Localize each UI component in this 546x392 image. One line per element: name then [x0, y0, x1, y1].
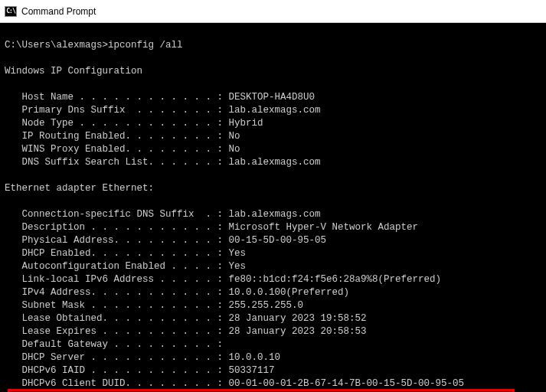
prompt-line: C:\Users\alexmags>ipconfig /all: [5, 40, 183, 51]
row-link-local-ipv6: Link-local IPv6 Address . . . . . : fe80…: [5, 274, 441, 285]
row-host-name: Host Name . . . . . . . . . . . . : DESK…: [5, 92, 315, 103]
row-dhcp-server: DHCP Server . . . . . . . . . . . : 10.0…: [5, 352, 280, 363]
terminal-output[interactable]: C:\Users\alexmags>ipconfig /all Windows …: [0, 23, 546, 392]
row-dns-suffix-search: DNS Suffix Search List. . . . . . : lab.…: [5, 157, 321, 168]
section-ip-config: Windows IP Configuration: [5, 66, 142, 77]
row-default-gateway: Default Gateway . . . . . . . . . :: [5, 339, 223, 350]
row-lease-expires: Lease Expires . . . . . . . . . . : 28 J…: [5, 326, 367, 337]
row-lease-obtained: Lease Obtained. . . . . . . . . . : 28 J…: [5, 313, 367, 324]
row-dhcpv6-iaid: DHCPv6 IAID . . . . . . . . . . . : 5033…: [5, 365, 275, 376]
row-ip-routing: IP Routing Enabled. . . . . . . . : No: [5, 131, 240, 142]
row-primary-dns-suffix: Primary Dns Suffix . . . . . . . : lab.a…: [5, 105, 321, 116]
row-description: Description . . . . . . . . . . . : Micr…: [5, 222, 418, 233]
row-ipv4-address: IPv4 Address. . . . . . . . . . . : 10.0…: [5, 287, 349, 298]
command-prompt-icon: C:\: [5, 6, 17, 17]
command-text: ipconfig /all: [108, 40, 183, 51]
row-dhcp-enabled: DHCP Enabled. . . . . . . . . . . : Yes: [5, 248, 246, 259]
row-wins-proxy: WINS Proxy Enabled. . . . . . . . : No: [5, 144, 240, 155]
row-autoconfig: Autoconfiguration Enabled . . . . : Yes: [5, 261, 246, 272]
row-node-type: Node Type . . . . . . . . . . . . : Hybr…: [5, 118, 263, 129]
window-title: Command Prompt: [21, 6, 96, 17]
row-conn-dns-suffix: Connection-specific DNS Suffix . : lab.a…: [5, 209, 321, 220]
window-titlebar: C:\ Command Prompt: [0, 0, 546, 23]
row-dhcpv6-client-duid: DHCPv6 Client DUID. . . . . . . . : 00-0…: [5, 378, 464, 389]
row-physical-address: Physical Address. . . . . . . . . : 00-1…: [5, 235, 326, 246]
prompt-path: C:\Users\alexmags>: [5, 40, 108, 51]
section-ethernet-adapter: Ethernet adapter Ethernet:: [5, 183, 154, 194]
row-subnet-mask: Subnet Mask . . . . . . . . . . . : 255.…: [5, 300, 303, 311]
